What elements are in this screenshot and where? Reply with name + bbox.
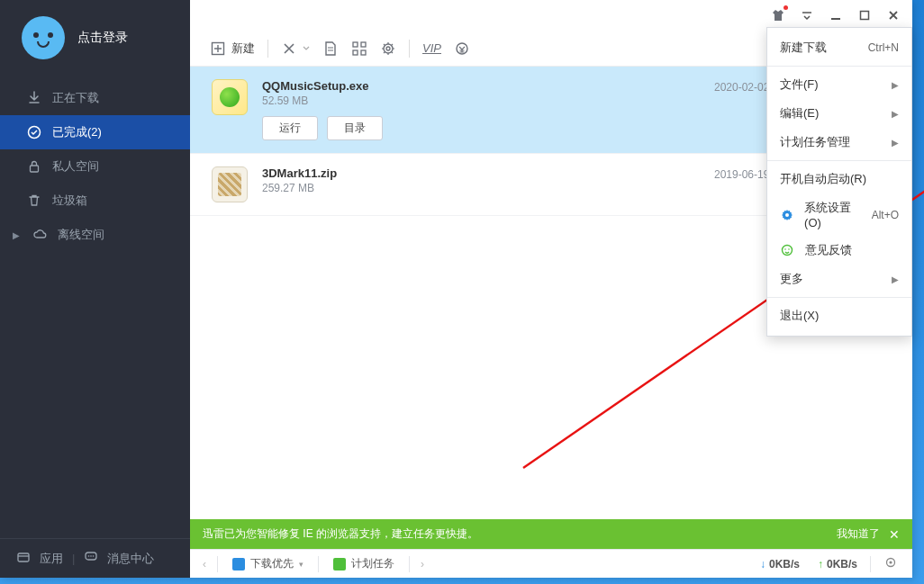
notify-dismiss[interactable]: 我知道了 ✕ [837,526,900,542]
shortcut-label: Alt+O [872,209,899,221]
avatar [22,16,65,59]
svg-rect-1 [31,166,39,172]
shortcut-label: Ctrl+N [868,41,899,54]
menu-item-file[interactable]: 文件(F) ▶ [767,70,911,99]
gear-icon [780,208,793,222]
smile-icon [780,243,794,257]
statusbar: ‹ 下载优先 ▾ 计划任务 › ↓ 0KB/s ↑ 0KB/s [190,549,912,578]
upload-speed: ↑ 0KB/s [812,558,863,571]
open-folder-button[interactable]: 目录 [327,116,383,140]
message-icon [84,550,98,567]
qr-icon[interactable] [351,40,367,57]
file-type-icon [212,79,248,115]
svg-point-14 [386,47,390,50]
separator [409,40,410,58]
schedule-task-chip[interactable]: 计划任务 [326,556,402,571]
square-blue-icon [232,558,245,571]
menu-item-label: 系统设置(O) [804,200,865,229]
svg-rect-7 [861,12,869,20]
separator [870,556,871,572]
footer-msgcenter[interactable]: 消息中心 [107,551,154,567]
menu-item-label: 文件(F) [780,76,819,93]
menu-item-exit[interactable]: 退出(X) [767,301,911,330]
separator [318,556,319,572]
svg-point-4 [88,555,90,557]
run-button[interactable]: 运行 [262,116,318,140]
cloud-icon [32,228,47,242]
settings-icon[interactable] [878,555,903,572]
toolbar-group-left: 新建 VIP [210,40,470,58]
new-download-button[interactable]: 新建 [210,40,255,57]
svg-point-5 [91,555,93,557]
svg-rect-9 [353,42,358,47]
coin-icon[interactable] [454,40,470,57]
svg-point-18 [785,213,789,217]
main-panel: 新建 VIP QQMusicSetup.exe 52.59 MB [190,0,912,578]
arrow-down-icon: ↓ [760,558,765,571]
main-menu-dropdown: 新建下载 Ctrl+N 文件(F) ▶ 编辑(E) ▶ 计划任务管理 ▶ 开机自… [766,27,912,337]
new-download-label: 新建 [231,40,255,57]
download-icon [27,91,41,105]
menu-item-label: 退出(X) [780,308,819,324]
close-button[interactable] [882,4,905,27]
file-meta: 3DMark11.zip 259.27 MB [262,166,700,194]
separator [767,297,911,298]
file-meta: QQMusicSetup.exe 52.59 MB 运行 目录 [262,79,700,140]
svg-rect-10 [361,42,366,47]
menu-item-settings[interactable]: 系统设置(O) Alt+O [767,193,911,236]
menu-item-feedback[interactable]: 意见反馈 [767,236,911,265]
nav-right-icon[interactable]: › [417,558,428,571]
menu-item-label: 编辑(E) [780,105,819,121]
open-file-icon[interactable] [322,40,339,57]
sidebar-item-trash[interactable]: 垃圾箱 [0,184,190,218]
menu-item-label: 计划任务管理 [780,134,850,150]
footer-apps[interactable]: 应用 [40,551,63,567]
minimize-button[interactable] [824,4,847,27]
lock-icon [27,159,41,174]
file-name: 3DMark11.zip [262,166,700,180]
gear-icon[interactable] [380,40,396,57]
sidebar-item-downloading[interactable]: 正在下载 [0,81,190,115]
menu-item-label: 开机自动启动(R) [780,171,866,187]
separator: | [72,552,75,565]
delete-icon[interactable] [281,40,310,57]
menu-item-label: 意见反馈 [805,242,852,258]
file-type-icon [212,166,248,202]
up-speed-value: 0KB/s [827,558,857,571]
schedule-label: 计划任务 [351,556,394,571]
sidebar-item-offline[interactable]: ▶ 离线空间 [0,218,190,252]
separator [267,40,268,58]
menu-item-task-manager[interactable]: 计划任务管理 ▶ [767,128,911,157]
user-login-row[interactable]: 点击登录 [0,0,190,81]
file-actions: 运行 目录 [262,116,700,140]
sidebar-item-completed[interactable]: 已完成(2) [0,115,190,149]
vip-icon[interactable]: VIP [422,41,441,55]
chevron-down-icon: ▾ [299,560,303,569]
menu-item-new-download[interactable]: 新建下载 Ctrl+N [767,33,911,62]
chevron-right-icon: ▶ [892,109,899,119]
svg-rect-11 [353,50,358,55]
notify-bar: 迅雷已为您智能修复 IE 的浏览器支持，建立任务更快捷。 我知道了 ✕ [190,519,912,549]
skin-icon[interactable] [766,4,790,27]
menu-item-edit[interactable]: 编辑(E) ▶ [767,99,911,128]
nav-left-icon[interactable]: ‹ [199,558,210,571]
trash-icon [27,193,41,208]
menu-item-more[interactable]: 更多 ▶ [767,265,911,293]
file-size: 52.59 MB [262,94,700,107]
download-priority-chip[interactable]: 下载优先 ▾ [225,556,311,571]
svg-point-17 [889,561,892,563]
menu-item-label: 新建下载 [780,40,827,56]
sidebar-item-label: 已完成(2) [52,124,102,140]
sidebar-item-label: 正在下载 [52,90,99,106]
sidebar-item-private[interactable]: 私人空间 [0,149,190,184]
separator [217,556,218,572]
svg-rect-2 [18,553,29,562]
separator [409,556,410,572]
notify-ok-label: 我知道了 [837,526,880,542]
sidebar-nav: 正在下载 已完成(2) 私人空间 垃圾箱 ▶ 离线空间 [0,81,190,252]
sidebar-item-label: 私人空间 [52,158,99,175]
menu-dropdown-button[interactable] [795,4,819,27]
priority-label: 下载优先 [250,556,294,571]
maximize-button[interactable] [853,4,876,27]
menu-item-autostart[interactable]: 开机自动启动(R) [767,165,911,193]
